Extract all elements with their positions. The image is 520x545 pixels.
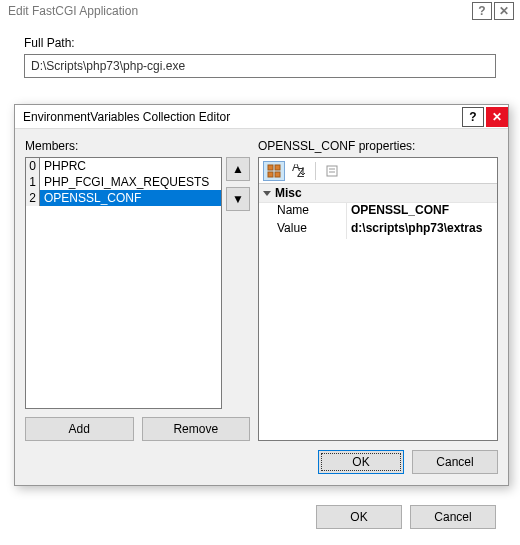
editor-title-text: EnvironmentVariables Collection Editor	[15, 110, 462, 124]
prop-row-name[interactable]: Name OPENSSL_CONF	[259, 203, 497, 221]
prop-row-value[interactable]: Value d:\scripts\php73\extras	[259, 221, 497, 239]
parent-cancel-button[interactable]: Cancel	[410, 505, 496, 529]
properties-label: OPENSSL_CONF properties:	[258, 139, 498, 153]
help-icon: ?	[478, 0, 485, 22]
svg-rect-0	[268, 165, 273, 170]
editor-close-button[interactable]: ✕	[486, 107, 508, 127]
remove-label: Remove	[173, 422, 218, 436]
parent-title-text: Edit FastCGI Application	[8, 0, 472, 22]
editor-titlebar: EnvironmentVariables Collection Editor ?…	[15, 105, 508, 129]
svg-rect-3	[275, 172, 280, 177]
svg-rect-1	[275, 165, 280, 170]
arrow-up-icon: ▲	[232, 162, 244, 176]
prop-name-value: OPENSSL_CONF	[347, 203, 497, 221]
pages-icon	[325, 164, 339, 178]
member-index: 1	[26, 174, 40, 190]
members-pane: Members: 0PHPRC1PHP_FCGI_MAX_REQUESTS2OP…	[25, 139, 250, 441]
prop-name-key: Name	[259, 203, 347, 221]
property-grid[interactable]: AZ Misc Name OP	[258, 157, 498, 441]
parent-ok-label: OK	[350, 510, 367, 524]
move-down-button[interactable]: ▼	[226, 187, 250, 211]
full-path-label: Full Path:	[24, 36, 496, 50]
editor-cancel-button[interactable]: Cancel	[412, 450, 498, 474]
parent-close-button[interactable]: ✕	[494, 2, 514, 20]
editor-footer: OK Cancel	[15, 447, 508, 477]
help-icon: ?	[469, 110, 476, 124]
categorized-view-button[interactable]	[263, 161, 285, 181]
parent-help-button[interactable]: ?	[472, 2, 492, 20]
close-icon: ✕	[492, 110, 502, 124]
add-label: Add	[69, 422, 90, 436]
alphabetical-view-button[interactable]: AZ	[288, 161, 310, 181]
full-path-input[interactable]: D:\Scripts\php73\php-cgi.exe	[24, 54, 496, 78]
propgrid-rows: Misc Name OPENSSL_CONF Value d:\scripts\…	[259, 184, 497, 440]
categorized-icon	[267, 164, 281, 178]
member-name: PHP_FCGI_MAX_REQUESTS	[40, 174, 221, 190]
parent-titlebar: Edit FastCGI Application ? ✕	[0, 0, 520, 22]
arrow-down-icon: ▼	[232, 192, 244, 206]
member-index: 0	[26, 158, 40, 174]
parent-footer: OK Cancel	[0, 497, 520, 537]
propgrid-toolbar: AZ	[259, 158, 497, 184]
properties-pane: OPENSSL_CONF properties: AZ	[258, 139, 498, 441]
prop-value-value: d:\scripts\php73\extras	[347, 221, 497, 239]
parent-ok-button[interactable]: OK	[316, 505, 402, 529]
category-label: Misc	[275, 186, 302, 200]
list-item[interactable]: 1PHP_FCGI_MAX_REQUESTS	[26, 174, 221, 190]
sort-az-icon: AZ	[292, 164, 306, 178]
svg-rect-2	[268, 172, 273, 177]
remove-button[interactable]: Remove	[142, 417, 251, 441]
prop-value-key: Value	[259, 221, 347, 239]
member-index: 2	[26, 190, 40, 206]
members-listbox[interactable]: 0PHPRC1PHP_FCGI_MAX_REQUESTS2OPENSSL_CON…	[25, 157, 222, 409]
full-path-value: D:\Scripts\php73\php-cgi.exe	[31, 59, 185, 73]
chevron-down-icon	[263, 191, 271, 196]
collection-editor-dialog: EnvironmentVariables Collection Editor ?…	[14, 104, 509, 486]
parent-cancel-label: Cancel	[434, 510, 471, 524]
editor-body: Members: 0PHPRC1PHP_FCGI_MAX_REQUESTS2OP…	[25, 139, 498, 441]
members-label: Members:	[25, 139, 250, 153]
member-name: PHPRC	[40, 158, 221, 174]
add-button[interactable]: Add	[25, 417, 134, 441]
toolbar-separator	[315, 162, 316, 180]
list-item[interactable]: 0PHPRC	[26, 158, 221, 174]
editor-help-button[interactable]: ?	[462, 107, 484, 127]
editor-ok-label: OK	[352, 455, 369, 469]
svg-rect-6	[327, 166, 337, 176]
editor-cancel-label: Cancel	[436, 455, 473, 469]
editor-ok-button[interactable]: OK	[318, 450, 404, 474]
list-item[interactable]: 2OPENSSL_CONF	[26, 190, 221, 206]
category-misc[interactable]: Misc	[259, 184, 497, 203]
move-up-button[interactable]: ▲	[226, 157, 250, 181]
reorder-buttons: ▲ ▼	[226, 157, 250, 409]
property-pages-button[interactable]	[321, 161, 343, 181]
close-icon: ✕	[499, 0, 509, 22]
member-name: OPENSSL_CONF	[40, 190, 221, 206]
